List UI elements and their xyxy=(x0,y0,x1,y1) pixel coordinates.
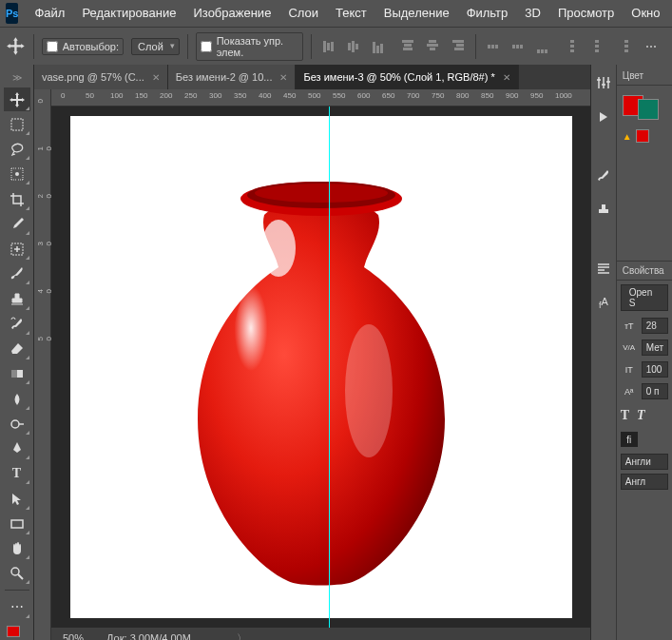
lasso-tool[interactable] xyxy=(4,138,30,161)
dist-hcenter-icon[interactable] xyxy=(586,36,607,57)
menu-image[interactable]: Изображение xyxy=(184,0,279,27)
crop-tool[interactable] xyxy=(4,187,30,210)
menu-type[interactable]: Текст xyxy=(327,0,375,27)
align-bottom-icon[interactable] xyxy=(369,36,390,57)
vscale-field[interactable]: 100 xyxy=(642,361,668,378)
clone-panel-icon[interactable] xyxy=(593,200,614,221)
color-swatches-panel[interactable] xyxy=(623,91,666,120)
menu-help[interactable]: Справка xyxy=(669,0,672,27)
canvas[interactable] xyxy=(51,107,590,628)
adjustments-panel-icon[interactable] xyxy=(593,72,614,93)
document[interactable] xyxy=(70,116,572,618)
svg-rect-6 xyxy=(11,520,23,528)
warning-icon[interactable]: ▲ xyxy=(623,131,632,142)
kerning-field[interactable]: Мет xyxy=(642,339,668,356)
eraser-tool[interactable] xyxy=(4,338,30,360)
baseline-icon: Aª xyxy=(621,387,638,397)
zoom-tool[interactable] xyxy=(4,562,30,585)
color-panel-header[interactable]: Цвет xyxy=(617,67,672,86)
background-color[interactable] xyxy=(638,99,659,120)
toolbar: ≫ T ⋯ xyxy=(0,65,34,640)
baseline-field[interactable]: 0 п xyxy=(642,383,668,399)
actions-panel-icon[interactable] xyxy=(593,107,614,127)
autoselect-target-select[interactable]: Слой xyxy=(131,38,180,55)
brush-tool[interactable] xyxy=(4,262,30,285)
opentype-button[interactable]: fi xyxy=(621,432,638,447)
tab-1[interactable]: vase.png @ 57% (С...✕ xyxy=(34,65,168,89)
rectangle-tool[interactable] xyxy=(4,513,30,535)
align-hcenter-icon[interactable] xyxy=(422,36,443,57)
collapsed-panels: fA xyxy=(591,65,617,640)
pen-tool[interactable] xyxy=(4,437,30,460)
path-select-tool[interactable] xyxy=(4,487,30,510)
font-size-icon: тТ xyxy=(621,321,638,331)
ruler-vertical[interactable]: 0100200300400500 xyxy=(34,89,51,640)
dist-top-icon[interactable] xyxy=(484,36,505,57)
gamut-warning: ▲ xyxy=(623,129,666,143)
font-size-field[interactable]: 28 xyxy=(642,318,668,334)
document-tabs: vase.png @ 57% (С...✕ Без имени-2 @ 10..… xyxy=(34,65,590,89)
stamp-tool[interactable] xyxy=(4,287,30,310)
dist-vcenter-icon[interactable] xyxy=(509,36,529,57)
menu-3d[interactable]: 3D xyxy=(516,0,549,27)
options-bar: Автовыбор: Слой Показать упр. элем. ⋯ xyxy=(0,27,672,65)
align-left-icon[interactable] xyxy=(397,36,418,57)
warning-color[interactable] xyxy=(636,129,649,143)
tab-3[interactable]: Без имени-3 @ 50% (Слой 1, RGB/8#) *✕ xyxy=(296,65,518,89)
gradient-tool[interactable] xyxy=(4,362,30,385)
properties-panel-header[interactable]: Свойства xyxy=(617,262,672,281)
healing-tool[interactable] xyxy=(4,238,30,261)
dist-bottom-icon[interactable] xyxy=(533,36,554,57)
align-right-icon[interactable] xyxy=(447,36,468,57)
close-icon[interactable]: ✕ xyxy=(152,72,160,83)
language-select-2[interactable]: Англ xyxy=(621,474,668,490)
options-more-icon[interactable]: ⋯ xyxy=(640,36,662,57)
menu-window[interactable]: Окно xyxy=(623,0,668,27)
align-top-icon[interactable] xyxy=(319,36,340,57)
type-tool[interactable]: T xyxy=(4,462,30,485)
menu-select[interactable]: Выделение xyxy=(375,0,458,27)
menu-view[interactable]: Просмотр xyxy=(549,0,623,27)
status-bar: 50% Док: 3,00M/4,00M〉 xyxy=(51,628,590,640)
move-tool[interactable] xyxy=(4,87,30,110)
align-vcenter-icon[interactable] xyxy=(344,36,365,57)
dist-left-icon[interactable] xyxy=(562,36,583,57)
dodge-tool[interactable] xyxy=(4,413,30,436)
tab-2[interactable]: Без имени-2 @ 10...✕ xyxy=(168,65,297,89)
close-icon[interactable]: ✕ xyxy=(279,72,287,83)
quick-select-tool[interactable] xyxy=(4,163,30,185)
document-size[interactable]: Док: 3,00M/4,00M〉 xyxy=(106,631,247,641)
brushes-panel-icon[interactable] xyxy=(593,165,614,186)
eyedropper-tool[interactable] xyxy=(4,213,30,236)
blur-tool[interactable] xyxy=(4,387,30,410)
toolbar-collapse-icon[interactable]: ≫ xyxy=(0,68,33,87)
bold-button[interactable]: T xyxy=(621,408,629,423)
zoom-level[interactable]: 50% xyxy=(63,632,84,640)
ruler-horizontal[interactable]: 0501001502002503003504004505005506006507… xyxy=(51,89,590,107)
language-select[interactable]: Англи xyxy=(621,454,668,470)
vertical-guide[interactable] xyxy=(329,107,330,628)
dist-right-icon[interactable] xyxy=(611,36,632,57)
menu-layer[interactable]: Слои xyxy=(279,0,327,27)
move-tool-indicator[interactable] xyxy=(6,35,26,58)
color-swatches[interactable] xyxy=(7,626,28,640)
svg-point-7 xyxy=(11,568,19,575)
italic-button[interactable]: T xyxy=(637,408,645,423)
app-logo: Ps xyxy=(6,3,18,24)
paragraph-panel-icon[interactable] xyxy=(593,259,614,280)
distribute-group-2 xyxy=(562,36,632,57)
close-icon[interactable]: ✕ xyxy=(503,72,510,83)
show-controls-checkbox[interactable]: Показать упр. элем. xyxy=(196,32,303,61)
edit-toolbar-icon[interactable]: ⋯ xyxy=(4,595,30,618)
menu-file[interactable]: Файл xyxy=(26,0,73,27)
font-family-select[interactable]: Open S xyxy=(621,284,668,311)
marquee-tool[interactable] xyxy=(4,113,30,136)
glyphs-panel-icon[interactable]: fA xyxy=(593,293,614,314)
vscale-icon: IT xyxy=(621,365,638,375)
hand-tool[interactable] xyxy=(4,537,30,560)
autoselect-checkbox[interactable]: Автовыбор: xyxy=(42,38,124,55)
document-area: vase.png @ 57% (С...✕ Без имени-2 @ 10..… xyxy=(34,65,590,640)
menu-filter[interactable]: Фильтр xyxy=(458,0,517,27)
history-brush-tool[interactable] xyxy=(4,313,30,336)
menu-edit[interactable]: Редактирование xyxy=(73,0,184,27)
